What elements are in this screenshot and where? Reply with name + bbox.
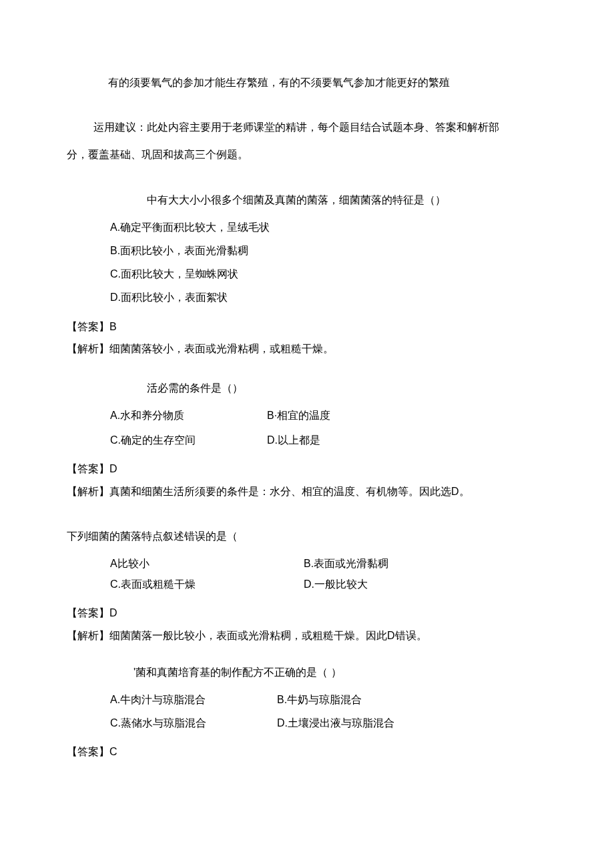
q4-options-row-2: C.蒸储水与琼脂混合 D.土壤浸出液与琼脂混合	[67, 714, 547, 732]
q4-option-a: A.牛肉汁与琼脂混合	[110, 691, 277, 709]
q3-option-a: A比较小	[110, 554, 304, 572]
q1-answer-value: B	[109, 321, 117, 332]
q2-explanation: 【解析】真菌和细菌生活所须要的条件是：水分、相宜的温度、有机物等。因此选D。	[67, 482, 547, 500]
q2-option-a: A.水和养分物质	[110, 406, 267, 424]
answer-label: 【答案】	[67, 746, 109, 757]
q4-options-row-1: A.牛肉汁与琼脂混合 B.牛奶与琼脂混合	[67, 691, 547, 709]
q4-stem: '菌和真菌培育基的制作配方不正确的是（ ）	[67, 663, 547, 681]
q1-answer: 【答案】B	[67, 318, 547, 336]
q4-option-c: C.蒸储水与琼脂混合	[110, 714, 277, 732]
q3-option-b: B.表面或光滑黏稠	[304, 554, 547, 572]
q3-option-d: D.一般比较大	[304, 575, 547, 593]
explanation-label: 【解析】	[67, 486, 109, 497]
q1-explanation: 【解析】细菌菌落较小，表面或光滑粘稠，或粗糙干燥。	[67, 340, 547, 358]
document-page: 有的须要氧气的参加才能生存繁殖，有的不须要氧气参加才能更好的繁殖 运用建议：此处…	[0, 0, 614, 805]
q2-option-d: D.以上都是	[267, 431, 547, 449]
q3-options-row-1: A比较小 B.表面或光滑黏稠	[67, 554, 547, 572]
q2-stem: 活必需的条件是（）	[67, 379, 547, 397]
q2-options-row-2: C.确定的生存空间 D.以上都是	[67, 431, 547, 449]
q2-options-row-1: A.水和养分物质 B·相宜的温度	[67, 406, 547, 424]
q2-option-c: C.确定的生存空间	[110, 431, 267, 449]
q2-option-b: B·相宜的温度	[267, 406, 547, 424]
q4-answer: 【答案】C	[67, 743, 547, 761]
answer-label: 【答案】	[67, 321, 109, 332]
q1-option-c: C.面积比较大，呈蜘蛛网状	[67, 265, 547, 283]
q2-answer: 【答案】D	[67, 460, 547, 478]
intro-text: 有的须要氧气的参加才能生存繁殖，有的不须要氧气参加才能更好的繁殖	[67, 73, 547, 91]
usage-advice-line2: 分，覆盖基础、巩固和拔高三个例题。	[67, 145, 547, 163]
q1-explanation-text: 细菌菌落较小，表面或光滑粘稠，或粗糙干燥。	[109, 343, 334, 354]
q3-answer: 【答案】D	[67, 604, 547, 622]
q3-explanation: 【解析】细菌菌落一般比较小，表面或光滑粘稠，或粗糙干燥。因此D错误。	[67, 626, 547, 644]
usage-advice-line1: 运用建议：此处内容主要用于老师课堂的精讲，每个题目结合试题本身、答案和解析部	[67, 118, 547, 136]
q4-answer-value: C	[109, 746, 117, 757]
explanation-label: 【解析】	[67, 630, 109, 641]
q1-option-d: D.面积比较小，表面絮状	[67, 288, 547, 306]
q1-option-a: A.确定平衡面积比较大，呈绒毛状	[67, 218, 547, 236]
q2-explanation-text: 真菌和细菌生活所须要的条件是：水分、相宜的温度、有机物等。因此选D。	[109, 486, 470, 497]
q3-answer-value: D	[109, 607, 117, 618]
q3-explanation-text: 细菌菌落一般比较小，表面或光滑粘稠，或粗糙干燥。因此D错误。	[109, 630, 427, 641]
q3-option-c: C.表面或粗糙干燥	[110, 575, 304, 593]
q3-options-row-2: C.表面或粗糙干燥 D.一般比较大	[67, 575, 547, 593]
q1-stem: 中有大大小小很多个细菌及真菌的菌落，细菌菌落的特征是（）	[67, 191, 547, 209]
q4-option-b: B.牛奶与琼脂混合	[277, 691, 547, 709]
q4-option-d: D.土壤浸出液与琼脂混合	[277, 714, 547, 732]
q2-answer-value: D	[109, 463, 117, 474]
q3-stem: 下列细菌的菌落特点叙述错误的是（	[67, 527, 547, 545]
q1-option-b: B.面积比较小，表面光滑黏稠	[67, 242, 547, 260]
explanation-label: 【解析】	[67, 343, 109, 354]
answer-label: 【答案】	[67, 463, 109, 474]
answer-label: 【答案】	[67, 607, 109, 618]
